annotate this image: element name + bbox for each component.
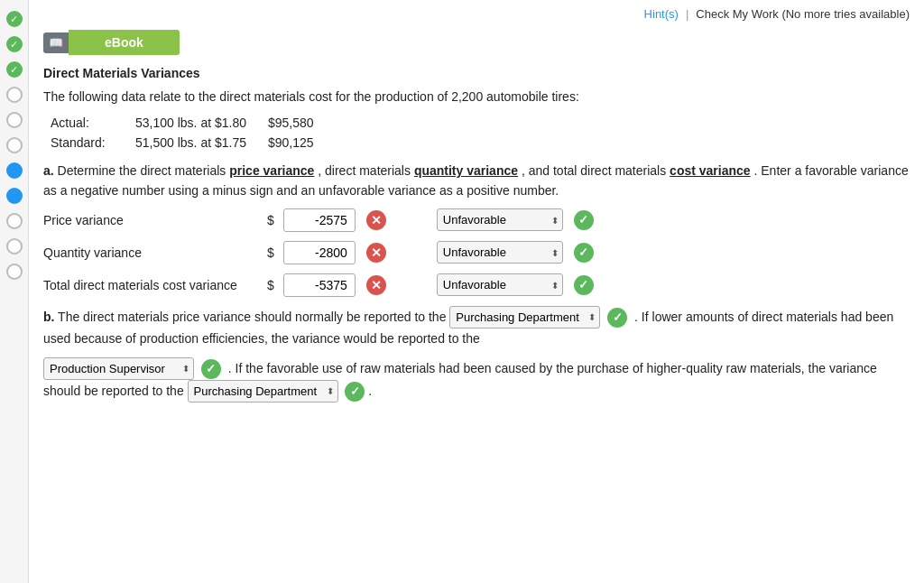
- ebook-button[interactable]: eBook: [69, 30, 180, 55]
- part-b-section2: Production Supervisor Purchasing Departm…: [43, 357, 910, 403]
- sidebar-item-8[interactable]: [6, 188, 23, 204]
- standard-data: 51,500 lbs. at $1.75: [135, 135, 246, 150]
- main-content: Hint(s) | Check My Work (No more tries a…: [29, 0, 924, 424]
- quantity-variance-select-wrapper: Unfavorable Favorable: [437, 241, 563, 264]
- part-b-check2-icon: ✓: [201, 359, 221, 379]
- standard-label: Standard:: [51, 135, 114, 150]
- part-b-select2[interactable]: Production Supervisor Purchasing Departm…: [43, 357, 194, 380]
- quantity-variance-row: Quantity variance $ ✕ Unfavorable Favora…: [43, 241, 910, 264]
- variance-table: Price variance $ ✕ Unfavorable Favorable…: [43, 208, 910, 297]
- price-variance-label: Price variance: [43, 213, 260, 227]
- check-my-work-label: Check My Work (No more tries available): [696, 7, 910, 21]
- problem-text: The following data relate to the direct …: [43, 88, 910, 106]
- sidebar-item-5[interactable]: [6, 112, 23, 128]
- price-variance-x-icon[interactable]: ✕: [366, 210, 386, 230]
- sidebar-item-6[interactable]: [6, 137, 23, 153]
- part-a-bold1: price variance: [229, 163, 314, 178]
- part-b-section: b. The direct materials price variance s…: [43, 306, 910, 350]
- quantity-variance-label: Quantity variance: [43, 245, 260, 260]
- section-title: Direct Materials Variances: [43, 66, 910, 80]
- total-variance-input[interactable]: [283, 273, 356, 297]
- sidebar-item-10[interactable]: [6, 238, 23, 254]
- part-a-bold2: quantity variance: [414, 163, 518, 178]
- quantity-dollar: $: [267, 245, 274, 260]
- quantity-variance-input[interactable]: [283, 241, 356, 264]
- sidebar-item-1[interactable]: ✓: [6, 11, 23, 27]
- standard-value: $90,125: [268, 135, 314, 150]
- price-variance-select[interactable]: Unfavorable Favorable: [437, 208, 563, 231]
- total-variance-x-icon[interactable]: ✕: [366, 275, 386, 295]
- part-b-select1-container: Purchasing Department Production Supervi…: [449, 306, 600, 329]
- part-b-check3-icon: ✓: [345, 382, 365, 402]
- sidebar-item-4[interactable]: [6, 87, 23, 103]
- total-variance-select[interactable]: Unfavorable Favorable: [437, 273, 563, 296]
- part-b-select1[interactable]: Purchasing Department Production Supervi…: [449, 306, 600, 329]
- part-b-select3-container: Purchasing Department Production Supervi…: [188, 380, 338, 403]
- part-b-check1-icon: ✓: [607, 308, 627, 328]
- price-variance-check-icon: ✓: [574, 210, 594, 230]
- total-dollar: $: [267, 278, 274, 292]
- sidebar-item-3[interactable]: ✓: [6, 61, 23, 78]
- quantity-variance-select[interactable]: Unfavorable Favorable: [437, 241, 563, 264]
- price-variance-select-wrapper: Unfavorable Favorable: [437, 208, 563, 231]
- part-b-select3[interactable]: Purchasing Department Production Supervi…: [188, 380, 338, 403]
- standard-row: Standard: 51,500 lbs. at $1.75 $90,125: [43, 135, 910, 150]
- sidebar: ✓ ✓ ✓: [0, 0, 29, 583]
- part-b-select2-container: Production Supervisor Purchasing Departm…: [43, 357, 194, 380]
- top-bar: Hint(s) | Check My Work (No more tries a…: [43, 7, 910, 21]
- part-b-prefix: b.: [43, 310, 54, 324]
- actual-row: Actual: 53,100 lbs. at $1.80 $95,580: [43, 116, 910, 130]
- actual-label: Actual:: [51, 116, 114, 130]
- part-a-text1: Determine the direct materials: [58, 163, 230, 178]
- part-b-select1-wrapper: Purchasing Department Production Supervi…: [449, 306, 600, 329]
- total-variance-check-icon: ✓: [574, 275, 594, 295]
- part-a-text2: , direct materials: [318, 163, 414, 178]
- part-b-select2-wrapper: Production Supervisor Purchasing Departm…: [43, 357, 194, 380]
- price-variance-row: Price variance $ ✕ Unfavorable Favorable…: [43, 208, 910, 232]
- sidebar-item-2[interactable]: ✓: [6, 36, 23, 52]
- quantity-variance-check-icon: ✓: [574, 243, 594, 263]
- sidebar-item-11[interactable]: [6, 264, 23, 280]
- price-variance-input[interactable]: [283, 208, 356, 232]
- ebook-icon: 📖: [43, 32, 69, 53]
- actual-value: $95,580: [268, 116, 314, 130]
- separator: |: [686, 7, 688, 21]
- part-b-text1: The direct materials price variance shou…: [58, 310, 449, 324]
- total-variance-label: Total direct materials cost variance: [43, 278, 260, 292]
- ebook-bar: 📖 eBook: [43, 30, 910, 55]
- total-variance-row: Total direct materials cost variance $ ✕…: [43, 273, 910, 297]
- part-a-prefix: a.: [43, 163, 54, 178]
- hint-link[interactable]: Hint(s): [644, 7, 679, 21]
- price-dollar: $: [267, 213, 274, 227]
- sidebar-item-7[interactable]: [6, 162, 23, 179]
- part-b-text4: .: [368, 384, 372, 398]
- actual-data: 53,100 lbs. at $1.80: [135, 116, 246, 130]
- part-a-header: a. Determine the direct materials price …: [43, 161, 910, 201]
- sidebar-item-9[interactable]: [6, 213, 23, 229]
- quantity-variance-x-icon[interactable]: ✕: [366, 243, 386, 263]
- part-a-text3: , and total direct materials: [522, 163, 670, 178]
- part-b-select3-wrapper: Purchasing Department Production Supervi…: [188, 380, 338, 403]
- total-variance-select-wrapper: Unfavorable Favorable: [437, 273, 563, 296]
- part-a-bold3: cost variance: [670, 163, 751, 178]
